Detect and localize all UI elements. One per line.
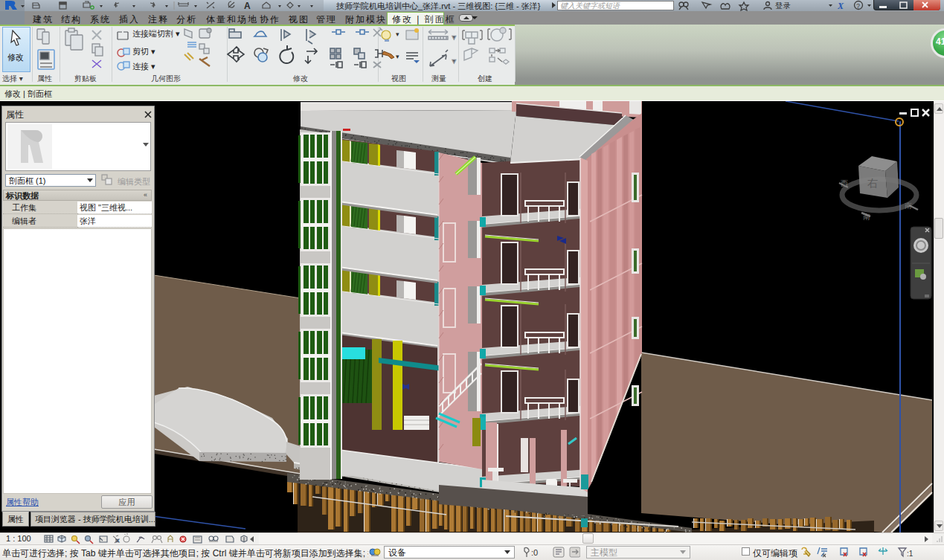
svg-text:▾: ▾: [452, 33, 456, 41]
svg-text:x: x: [116, 537, 119, 544]
svg-text::0: :0: [531, 548, 538, 557]
svg-text:右: 右: [867, 177, 878, 189]
svg-text:X: X: [837, 1, 844, 11]
svg-text:连接 ▾: 连接 ▾: [132, 62, 155, 71]
svg-text:西: 西: [841, 179, 848, 187]
svg-text:A: A: [244, 1, 251, 11]
svg-text:▾: ▾: [452, 57, 456, 65]
svg-text:▾: ▾: [396, 30, 399, 38]
svg-text:?: ?: [856, 2, 860, 10]
svg-text:南: 南: [863, 213, 870, 221]
svg-text:登录: 登录: [775, 1, 792, 10]
svg-text:剪切 ▾: 剪切 ▾: [132, 47, 155, 56]
svg-text:▾: ▾: [396, 53, 399, 60]
svg-text:连接端切割 ▾: 连接端切割 ▾: [132, 29, 180, 38]
svg-text:南: 南: [905, 202, 912, 210]
svg-text::1: :1: [907, 550, 914, 558]
